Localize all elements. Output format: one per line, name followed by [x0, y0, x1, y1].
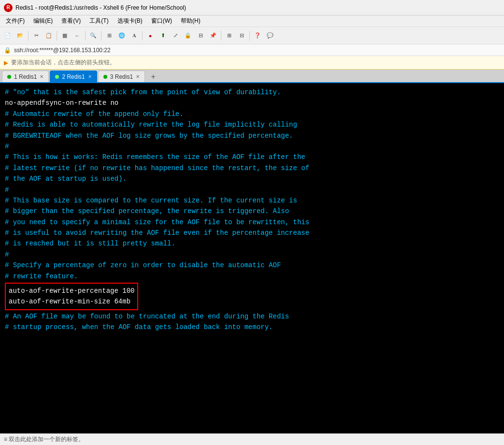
- toolbar-split[interactable]: ⊞: [223, 30, 235, 42]
- terminal-line-11: #: [5, 185, 499, 195]
- terminal-line-7: #: [5, 141, 499, 152]
- tab-2-close[interactable]: ✕: [88, 74, 92, 79]
- address-bar: 🔒 ssh://root:******@192.168.153.100:22: [0, 44, 504, 56]
- toolbar-open[interactable]: 📂: [14, 30, 26, 42]
- toolbar-new[interactable]: 📄: [2, 30, 14, 42]
- toolbar-chat[interactable]: 💬: [264, 30, 276, 42]
- tab-3-dot: [103, 75, 107, 79]
- terminal-line-22: # An AOF file may be found to be truncat…: [5, 311, 499, 322]
- terminal-line-14: # you need to specify a minimal size for…: [5, 217, 499, 228]
- terminal-line-18: # Specify a percentage of zero in order …: [5, 260, 499, 271]
- tab-3[interactable]: 3 Redis1 ✕: [98, 71, 145, 82]
- terminal-line-percentage: auto-aof-rewrite-percentage 100: [9, 286, 134, 296]
- terminal-line-15: # is useful to avoid rewriting the AOF f…: [5, 228, 499, 238]
- menu-tools[interactable]: 工具(T): [86, 16, 112, 26]
- toolbar-split2[interactable]: ⊟: [236, 30, 247, 42]
- toolbar-cut[interactable]: ✂: [30, 30, 42, 42]
- tab-1-close[interactable]: ✕: [40, 74, 43, 79]
- menu-bar: 文件(F) 编辑(E) 查看(V) 工具(T) 选项卡(B) 窗口(W) 帮助(…: [0, 15, 504, 27]
- toolbar-grid[interactable]: ⊞: [103, 30, 115, 42]
- terminal-line-1: # "no" that is the safest pick from the …: [5, 87, 499, 98]
- terminal-line-9: # latest rewrite (if no rewrite has happ…: [5, 163, 499, 173]
- toolbar-sep2: [57, 31, 57, 41]
- menu-window[interactable]: 窗口(W): [147, 16, 176, 26]
- toolbar-layout[interactable]: ▦: [59, 30, 71, 42]
- terminal-line-8: # This is how it works: Redis remembers …: [5, 152, 499, 162]
- toolbar-sep6: [221, 31, 221, 41]
- toolbar-sep5: [142, 31, 143, 41]
- menu-view[interactable]: 查看(V): [58, 16, 85, 26]
- terminal-line-23: # startup process, when the AOF data get…: [5, 322, 499, 332]
- tab-2-dot: [55, 75, 59, 79]
- menu-tabs[interactable]: 选项卡(B): [114, 16, 146, 26]
- toolbar-copy[interactable]: 📋: [43, 30, 55, 42]
- terminal-line-minsize: auto-aof-rewrite-min-size 64mb: [9, 296, 134, 307]
- toolbar-sep4: [101, 31, 101, 41]
- window-title: Redis1 - root@Redis1:/usr/redis - Xshell…: [15, 4, 186, 11]
- toolbar-pin[interactable]: 📌: [207, 30, 219, 42]
- app-icon: R: [4, 3, 13, 12]
- terminal-line-4: # Automatic rewrite of the append only f…: [5, 109, 499, 119]
- terminal-line-10: # the AOF at startup is used).: [5, 173, 499, 184]
- terminal-line-6: # BGREWRITEAOF when the AOF log size gro…: [5, 130, 499, 141]
- terminal-line-17: #: [5, 249, 499, 260]
- terminal-line-5: # Redis is able to automatically rewrite…: [5, 119, 499, 130]
- toolbar-sep3: [85, 31, 86, 41]
- menu-edit[interactable]: 编辑(E): [29, 16, 57, 26]
- tab-2-label: 2 Redis1: [62, 73, 85, 80]
- tab-add-button[interactable]: +: [148, 72, 158, 82]
- tab-bar: 1 Redis1 ✕ 2 Redis1 ✕ 3 Redis1 ✕ +: [0, 70, 504, 83]
- terminal-highlighted-block: auto-aof-rewrite-percentage 100 auto-aof…: [5, 283, 138, 310]
- terminal-line-16: # is reached but it is still pretty smal…: [5, 238, 499, 249]
- tab-1-label: 1 Redis1: [14, 73, 37, 80]
- toolbar-lock[interactable]: 🔒: [182, 30, 194, 42]
- tab-3-label: 3 Redis1: [110, 73, 133, 80]
- info-bar: ▶ 要添加当前会话，点击左侧的箭头按钮。: [0, 56, 504, 70]
- toolbar-sep7: [249, 31, 250, 41]
- title-bar: R Redis1 - root@Redis1:/usr/redis - Xshe…: [0, 0, 504, 15]
- terminal-line-no-appendfsync: no-appendfsync-on-rewrite no: [5, 98, 499, 108]
- info-arrow-icon: ▶: [4, 59, 8, 66]
- status-bar: ≡ 双击此处添加一个新的标签。: [0, 433, 504, 445]
- toolbar-globe[interactable]: 🌐: [116, 30, 128, 42]
- info-text: 要添加当前会话，点击左侧的箭头按钮。: [11, 58, 115, 67]
- toolbar-search[interactable]: 🔍: [87, 30, 99, 42]
- terminal-line-19: # rewrite feature.: [5, 271, 499, 282]
- terminal-area[interactable]: # "no" that is the safest pick from the …: [0, 83, 504, 433]
- toolbar-expand[interactable]: ⤢: [170, 30, 181, 42]
- tab-1[interactable]: 1 Redis1 ✕: [2, 71, 49, 82]
- tab-1-dot: [7, 75, 11, 79]
- status-text: ≡ 双击此处添加一个新的标签。: [4, 435, 84, 444]
- lock-icon: 🔒: [4, 47, 11, 54]
- toolbar-help[interactable]: ❓: [252, 30, 263, 42]
- terminal-line-12: # This base size is compared to the curr…: [5, 195, 499, 206]
- tab-2[interactable]: 2 Redis1 ✕: [50, 71, 97, 82]
- toolbar-screen[interactable]: ⊟: [195, 30, 206, 42]
- toolbar-font[interactable]: 𝐀: [129, 30, 140, 42]
- menu-file[interactable]: 文件(F): [2, 16, 29, 26]
- toolbar: 📄 📂 ✂ 📋 ▦ ← 🔍 ⊞ 🌐 𝐀 ● ⬆ ⤢ 🔒 ⊟ 📌 ⊞ ⊟ ❓ 💬: [0, 27, 504, 44]
- toolbar-sep1: [28, 31, 29, 41]
- tab-3-close[interactable]: ✕: [136, 74, 140, 79]
- menu-help[interactable]: 帮助(H): [177, 16, 204, 26]
- address-url: ssh://root:******@192.168.153.100:22: [14, 47, 111, 54]
- toolbar-arrow[interactable]: ←: [72, 30, 83, 42]
- terminal-line-13: # bigger than the specified percentage, …: [5, 206, 499, 216]
- toolbar-upload[interactable]: ⬆: [157, 30, 169, 42]
- toolbar-redis-icon[interactable]: ●: [144, 30, 156, 42]
